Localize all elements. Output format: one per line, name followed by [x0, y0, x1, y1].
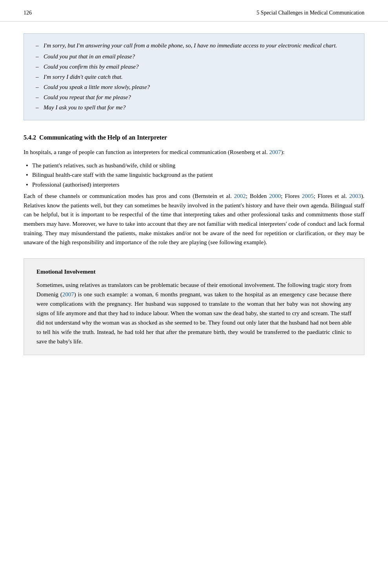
gray-box-title: Emotional Involvement — [36, 267, 352, 276]
ref-domenig[interactable]: 2007 — [62, 291, 74, 298]
list-item: I'm sorry I didn't quite catch that. — [36, 72, 352, 82]
list-item: The patient's relatives, such as husband… — [24, 161, 364, 170]
section-number: 5.4.2 — [24, 134, 36, 141]
ref-bernstein[interactable]: 2002 — [234, 193, 246, 199]
body-paragraph: Each of these channels or communication … — [24, 192, 364, 247]
phrases-box: I'm sorry, but I'm answering your call f… — [24, 33, 364, 120]
section-title: Communicating with the Help of an Interp… — [39, 134, 167, 141]
phrases-list: I'm sorry, but I'm answering your call f… — [36, 41, 352, 112]
page-number: 126 — [24, 9, 32, 17]
ref-flores2[interactable]: 2003 — [349, 193, 361, 199]
ref-bolden[interactable]: 2000 — [269, 193, 281, 199]
section-heading: 5.4.2 Communicating with the Help of an … — [24, 133, 364, 143]
main-content: I'm sorry, but I'm answering your call f… — [0, 22, 388, 371]
list-item: Could you confirm this by email please? — [36, 62, 352, 71]
list-item: Bilingual health-care staff with the sam… — [24, 171, 364, 180]
chapter-title: 5 Special Challenges in Medical Communic… — [257, 9, 364, 17]
emotional-involvement-box: Emotional Involvement Sometimes, using r… — [24, 258, 364, 355]
intro-paragraph: In hospitals, a range of people can func… — [24, 148, 364, 157]
page: 126 5 Special Challenges in Medical Comm… — [0, 0, 388, 588]
page-header: 126 5 Special Challenges in Medical Comm… — [0, 0, 388, 22]
list-item: Professional (authorised) interpreters — [24, 180, 364, 189]
ref-flores1[interactable]: 2005 — [302, 193, 313, 199]
list-item: Could you repeat that for me please? — [36, 93, 352, 102]
list-item: May I ask you to spell that for me? — [36, 103, 352, 112]
gray-box-text: Sometimes, using relatives as translator… — [36, 280, 352, 346]
interpreter-types-list: The patient's relatives, such as husband… — [24, 161, 364, 189]
ref-rosenberg[interactable]: 2007 — [269, 149, 281, 155]
list-item: Could you put that in an email please? — [36, 52, 352, 61]
list-item: Could you speak a little more slowly, pl… — [36, 82, 352, 92]
list-item: I'm sorry, but I'm answering your call f… — [36, 41, 352, 50]
